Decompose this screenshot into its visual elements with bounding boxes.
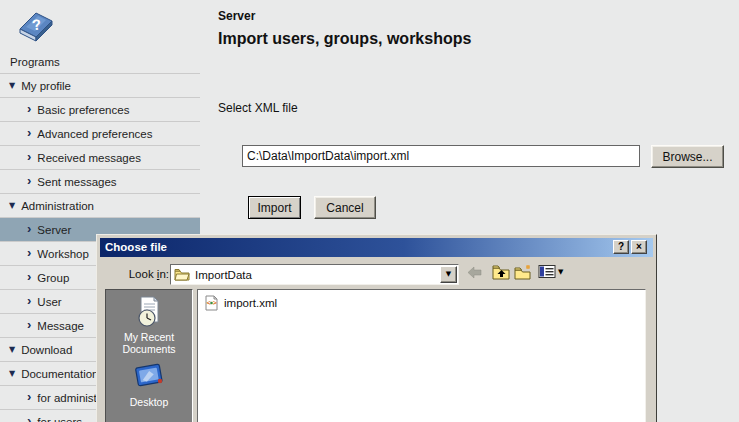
triangle-down-icon: ▼	[9, 81, 15, 90]
close-button[interactable]: ×	[631, 240, 647, 254]
file-name: import.xml	[224, 297, 277, 309]
chevron-right-icon: ›	[27, 246, 31, 259]
sidebar-item-label: Received messages	[37, 152, 141, 164]
chevron-down-icon[interactable]: ▼	[440, 266, 457, 283]
sidebar-item-received-messages[interactable]: › Received messages	[0, 146, 200, 170]
place-label: Desktop	[130, 396, 169, 408]
chevron-right-icon: ›	[27, 414, 31, 422]
sidebar-item-label: Basic preferences	[37, 104, 129, 116]
dialog-titlebar-buttons: ? ×	[613, 240, 647, 254]
sidebar-item-programs[interactable]: Programs	[0, 50, 200, 74]
xml-file-path-input[interactable]	[242, 145, 640, 167]
triangle-down-icon: ▼	[9, 369, 15, 378]
look-in-value: ImportData	[195, 269, 252, 281]
chevron-right-icon: ›	[27, 294, 31, 307]
look-in-combobox[interactable]: ImportData ▼	[170, 264, 459, 285]
sidebar-item-label: Server	[37, 224, 71, 236]
sidebar-item-label: Group	[37, 272, 69, 284]
chevron-right-icon: ›	[27, 174, 31, 187]
help-book-logo: ?	[12, 3, 58, 51]
open-folder-icon	[174, 268, 190, 281]
sidebar-item-label: Message	[37, 320, 84, 332]
place-desktop[interactable]: Desktop	[106, 355, 192, 408]
svg-text:<: <	[207, 299, 211, 307]
xml-file-icon: < >	[204, 295, 219, 311]
sidebar-item-label: Programs	[10, 56, 60, 68]
back-arrow-icon[interactable]	[466, 265, 483, 280]
sidebar-item-my-profile[interactable]: ▼ My profile	[0, 74, 200, 98]
sidebar-item-label: for users	[37, 416, 82, 422]
help-book-icon: ?	[12, 3, 58, 47]
look-in-label: Look in:	[105, 268, 169, 280]
sidebar-item-administration[interactable]: ▼ Administration	[0, 194, 200, 218]
sidebar-item-basic-preferences[interactable]: › Basic preferences	[0, 98, 200, 122]
chevron-right-icon: ›	[27, 102, 31, 115]
sidebar-item-label: Administration	[21, 200, 94, 212]
chevron-right-icon: ›	[27, 150, 31, 163]
import-button[interactable]: Import	[248, 196, 301, 219]
file-list[interactable]: < > import.xml	[197, 289, 646, 422]
chevron-down-icon: ▼	[558, 268, 563, 276]
file-item-import-xml[interactable]: < > import.xml	[198, 290, 645, 311]
sidebar-item-label: My profile	[21, 80, 71, 92]
up-folder-icon[interactable]	[492, 264, 510, 280]
sidebar-item-sent-messages[interactable]: › Sent messages	[0, 170, 200, 194]
recent-documents-icon	[133, 296, 165, 328]
triangle-down-icon: ▼	[9, 345, 15, 354]
sidebar-item-label: Workshop	[37, 248, 89, 260]
chevron-right-icon: ›	[27, 318, 31, 331]
chevron-right-icon: ›	[27, 126, 31, 139]
sidebar-item-label: User	[37, 296, 61, 308]
dialog-titlebar[interactable]: Choose file	[100, 238, 653, 257]
chevron-right-icon: ›	[27, 222, 31, 235]
desktop-icon	[132, 361, 166, 393]
choose-file-dialog: Choose file ? × Look in: ImportData ▼	[96, 234, 657, 422]
view-menu-icon[interactable]: ▼	[538, 264, 563, 279]
triangle-down-icon: ▼	[9, 201, 15, 210]
page-title: Import users, groups, workshops	[218, 30, 471, 48]
place-label: My Recent Documents	[122, 331, 175, 355]
new-folder-icon[interactable]	[514, 264, 533, 280]
sidebar-item-label: Advanced preferences	[37, 128, 152, 140]
place-my-recent-documents[interactable]: My Recent Documents	[106, 290, 192, 355]
svg-text:>: >	[213, 299, 217, 307]
sidebar-item-advanced-preferences[interactable]: › Advanced preferences	[0, 122, 200, 146]
sidebar-item-label: Documentation	[21, 368, 98, 380]
help-button[interactable]: ?	[613, 240, 629, 254]
chevron-right-icon: ›	[27, 270, 31, 283]
sidebar-item-label: Download	[21, 344, 72, 356]
places-bar: My Recent Documents Desktop	[105, 289, 193, 422]
chevron-right-icon: ›	[27, 390, 31, 403]
section-title: Server	[218, 9, 255, 23]
xml-file-field-label: Select XML file	[218, 101, 298, 115]
cancel-button[interactable]: Cancel	[314, 196, 376, 219]
sidebar-item-label: Sent messages	[37, 176, 116, 188]
dialog-title: Choose file	[105, 241, 167, 253]
browse-button[interactable]: Browse...	[651, 145, 724, 168]
